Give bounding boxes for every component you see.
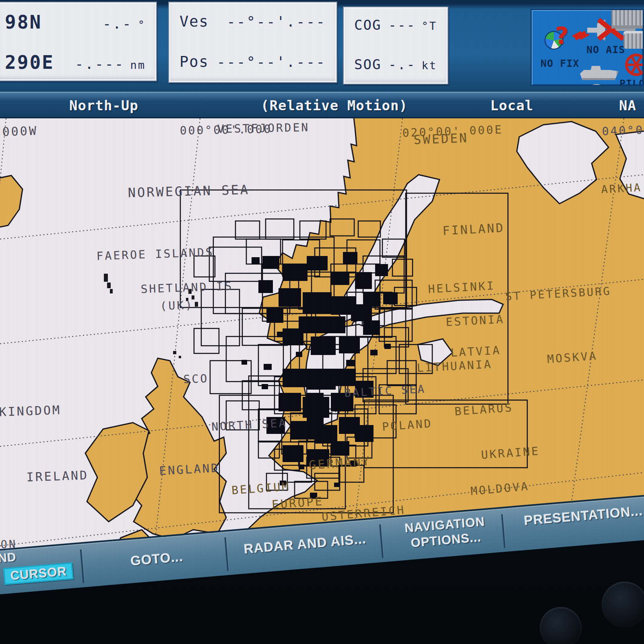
satellite-icon <box>574 31 587 41</box>
motion-mode[interactable]: (Relative Motion) <box>261 97 408 114</box>
menu-divider <box>224 537 229 571</box>
vessel-position-panel: Ves --°--'.--- Pos ---°--'.--- <box>168 2 337 83</box>
chart-extent-rect <box>277 332 284 337</box>
latitude-readout: 98N <box>5 11 42 33</box>
pilot-wheel-icon <box>625 54 644 76</box>
chart-extent-rect <box>351 304 372 321</box>
time-reference-mode[interactable]: Local <box>490 97 533 114</box>
chart-extent-rect <box>331 441 349 456</box>
chart-extent-rect <box>343 252 357 264</box>
chart-extent-rect <box>315 425 337 444</box>
alert-indicator-panel: ? NO FIX NO AIS PILO <box>530 9 644 86</box>
chart-extent-rect <box>307 369 336 390</box>
menu-item-presentation[interactable]: PRESENTATION... <box>508 502 644 530</box>
chart-extent-rect <box>242 360 247 365</box>
chart-extent-rect <box>283 328 303 345</box>
cog-label: COG <box>354 17 381 33</box>
chart-extent-rect <box>339 336 360 353</box>
chart-extent-rect <box>252 257 260 264</box>
menu-item-radar-and-ais[interactable]: RADAR AND AIS... <box>232 530 378 558</box>
map-label-latvia: LATVIA <box>450 343 502 359</box>
chart-extent-rect <box>383 292 398 304</box>
chart-display[interactable]: 000W000°00'.000VESTFJORDEN020°00'.000ESW… <box>0 118 644 561</box>
chart-extent-rect <box>370 350 378 355</box>
cursor-position-panel: 98N -.-° 290E -.---nm <box>0 2 157 81</box>
longitude-readout: 290E <box>5 52 54 73</box>
islet <box>104 274 108 282</box>
mode-bar-partial-label: NA <box>619 97 636 114</box>
map-label-arkha: ARKHA <box>601 181 642 196</box>
monitor-knob[interactable] <box>602 582 644 627</box>
menu-item-navigation-options[interactable]: NAVIGATION OPTIONS... <box>386 512 505 553</box>
menu-item-cursor[interactable]: CURSOR <box>3 562 74 585</box>
equipment-icon <box>623 31 644 49</box>
chart-extent-rect <box>299 464 304 469</box>
chart-extent-rect <box>258 280 273 293</box>
chart-extent-rect <box>279 288 301 307</box>
islet <box>110 289 113 293</box>
map-label-kingdom: KINGDOM <box>0 403 62 419</box>
chart-extent-rect <box>262 256 279 269</box>
chart-extent-rect <box>288 398 293 403</box>
chart-extent-rect <box>307 256 328 270</box>
map-label-040-00: 040°00 <box>602 123 644 138</box>
vessel-label: Ves <box>180 13 209 30</box>
no-fix-indicator: NO FIX <box>541 58 579 69</box>
sog-label: SOG <box>354 56 381 72</box>
fish-icon <box>590 84 603 86</box>
menu-item-ind-partial[interactable]: IND <box>0 550 17 566</box>
map-label-000w: 000W <box>2 124 38 139</box>
menu-divider <box>80 549 85 583</box>
chart-extent-rect <box>334 483 340 487</box>
chart-extent-rect <box>283 369 308 387</box>
chart-extent-rect <box>323 316 345 333</box>
bearing-value: -.-° <box>103 15 146 32</box>
map-label-uk: (UK) <box>160 298 194 313</box>
map-label-sco: SCO <box>183 372 209 386</box>
no-ais-indicator: NO AIS <box>586 44 625 56</box>
chart-extent-rect <box>375 264 388 276</box>
menu-item-goto[interactable]: GOTO... <box>96 546 217 572</box>
ship-icon <box>580 63 619 80</box>
islet <box>173 351 176 354</box>
chart-extent-rect <box>363 320 380 335</box>
map-label-norwegian-sea: NORWEGIAN SEA <box>128 182 250 200</box>
cog-sog-panel: COG ---°T SOG -.-kt <box>343 6 448 85</box>
chart-extent-rect <box>363 292 380 307</box>
status-bar: 98N -.-° 290E -.---nm Ves --°--'.--- Pos… <box>0 0 644 92</box>
map-label-ireland: IRELAND <box>26 468 89 484</box>
pilot-indicator: PILO <box>619 78 644 86</box>
pos-label: Pos <box>180 53 209 70</box>
chart-extent-rect <box>283 445 303 462</box>
chart-extent-rect <box>331 272 349 285</box>
chart-extent-rect <box>303 292 332 313</box>
chart-extent-rect <box>335 369 356 386</box>
orientation-mode[interactable]: North-Up <box>69 97 138 114</box>
cog-value: ---°T <box>388 17 437 33</box>
map-label-sweden: SWEDEN <box>413 130 469 147</box>
chart-extent-rect <box>355 425 374 442</box>
chart-extent-rect <box>346 360 355 366</box>
sog-value: -.-kt <box>388 57 437 72</box>
equipment-icon <box>611 9 644 29</box>
chart-extent-rect <box>296 352 302 357</box>
chart-extent-rect <box>283 264 308 281</box>
map-label-vestfjorden: VESTFJORDEN <box>217 121 310 136</box>
chart-extent-rect <box>340 400 347 405</box>
chart-extent-rect <box>264 364 272 370</box>
islet <box>179 356 181 358</box>
question-mark-icon: ? <box>555 22 569 50</box>
chart-extent-rect <box>266 308 283 323</box>
chart-extent-rect <box>384 344 391 349</box>
chart-extent-rect <box>312 408 319 414</box>
range-value: -.---nm <box>75 56 146 72</box>
chart-extent-rect <box>311 336 336 355</box>
mode-bar: North-Up (Relative Motion) Local NA <box>0 92 644 118</box>
islet <box>107 283 111 288</box>
menu-divider <box>379 524 384 558</box>
ecdis-screen: 98N -.-° 290E -.---nm Ves --°--'.--- Pos… <box>0 0 644 644</box>
chart-extent-rect <box>262 384 268 389</box>
islet <box>195 302 198 307</box>
chart-extent-rect <box>355 272 372 289</box>
vessel-value: --°--'.--- <box>227 13 326 30</box>
